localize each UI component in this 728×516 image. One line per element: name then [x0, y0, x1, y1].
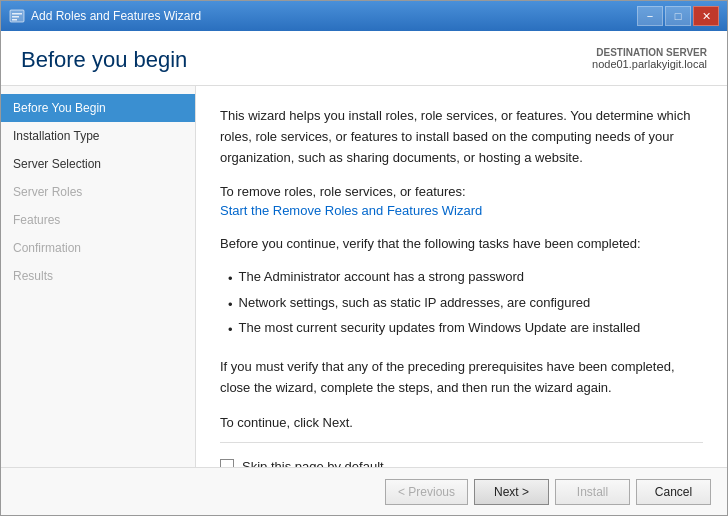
bottom-bar: < Previous Next > Install Cancel: [1, 467, 727, 515]
bullet-item-3: • The most current security updates from…: [228, 316, 703, 341]
title-bar-controls: − □ ✕: [637, 6, 719, 26]
sidebar-item-results: Results: [1, 262, 195, 290]
intro-text: This wizard helps you install roles, rol…: [220, 106, 703, 168]
svg-rect-2: [12, 16, 19, 18]
wizard-icon: [9, 8, 25, 24]
restore-button[interactable]: □: [665, 6, 691, 26]
bullet-dot-3: •: [228, 318, 233, 341]
server-name: node01.parlakyigit.local: [592, 58, 707, 70]
next-button[interactable]: Next >: [474, 479, 549, 505]
cancel-button[interactable]: Cancel: [636, 479, 711, 505]
skip-checkbox[interactable]: [220, 459, 234, 467]
remove-wizard-link[interactable]: Start the Remove Roles and Features Wiza…: [220, 203, 482, 218]
destination-server-info: DESTINATION SERVER node01.parlakyigit.lo…: [592, 47, 707, 70]
main-content: Before You Begin Installation Type Serve…: [1, 86, 727, 467]
bullet-text-3: The most current security updates from W…: [239, 316, 641, 339]
bullet-item-2: • Network settings, such as static IP ad…: [228, 291, 703, 316]
bullet-list: • The Administrator account has a strong…: [228, 265, 703, 341]
minimize-button[interactable]: −: [637, 6, 663, 26]
footer-section: Skip this page by default: [220, 430, 703, 467]
divider: [220, 442, 703, 443]
svg-rect-1: [12, 13, 22, 15]
bullet-dot-2: •: [228, 293, 233, 316]
sidebar-item-confirmation: Confirmation: [1, 234, 195, 262]
page-title: Before you begin: [21, 47, 187, 73]
skip-checkbox-row: Skip this page by default: [220, 459, 703, 467]
install-button[interactable]: Install: [555, 479, 630, 505]
remove-section: To remove roles, role services, or featu…: [220, 184, 703, 218]
sidebar-item-installation-type[interactable]: Installation Type: [1, 122, 195, 150]
content-area: Before you begin DESTINATION SERVER node…: [1, 31, 727, 467]
right-panel: This wizard helps you install roles, rol…: [196, 86, 727, 467]
svg-rect-3: [12, 19, 17, 21]
destination-label: DESTINATION SERVER: [592, 47, 707, 58]
bullet-item-1: • The Administrator account has a strong…: [228, 265, 703, 290]
sidebar: Before You Begin Installation Type Serve…: [1, 86, 196, 467]
previous-button[interactable]: < Previous: [385, 479, 468, 505]
verify-text: Before you continue, verify that the fol…: [220, 234, 703, 255]
continue-text: To continue, click Next.: [220, 415, 703, 430]
bullet-text-2: Network settings, such as static IP addr…: [239, 291, 591, 314]
sidebar-item-server-selection[interactable]: Server Selection: [1, 150, 195, 178]
page-header: Before you begin DESTINATION SERVER node…: [1, 31, 727, 86]
remove-label: To remove roles, role services, or featu…: [220, 184, 703, 199]
wizard-window: Add Roles and Features Wizard − □ ✕ Befo…: [0, 0, 728, 516]
title-bar: Add Roles and Features Wizard − □ ✕: [1, 1, 727, 31]
sidebar-item-server-roles: Server Roles: [1, 178, 195, 206]
right-panel-body: This wizard helps you install roles, rol…: [220, 106, 703, 430]
bullet-dot-1: •: [228, 267, 233, 290]
close-wizard-text: If you must verify that any of the prece…: [220, 357, 703, 399]
bullet-text-1: The Administrator account has a strong p…: [239, 265, 524, 288]
close-button[interactable]: ✕: [693, 6, 719, 26]
skip-label: Skip this page by default: [242, 459, 384, 467]
title-bar-left: Add Roles and Features Wizard: [9, 8, 201, 24]
sidebar-item-before-you-begin[interactable]: Before You Begin: [1, 94, 195, 122]
window-title: Add Roles and Features Wizard: [31, 9, 201, 23]
sidebar-item-features: Features: [1, 206, 195, 234]
